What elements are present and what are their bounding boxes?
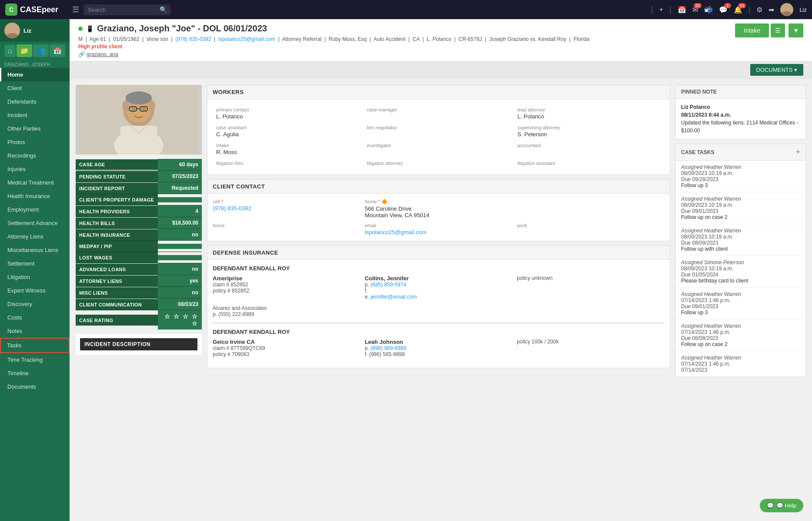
contact-email-link[interactable]: lspolanco25@gmail.com — [365, 229, 427, 235]
add-task-button[interactable]: + — [795, 148, 800, 157]
sidebar-item-notes[interactable]: Notes — [0, 324, 70, 338]
task-3-assigned: Assigned Heather Warren — [681, 228, 800, 234]
task-1-assigned: Assigned Heather Warren — [681, 164, 800, 170]
sidebar-item-recordings[interactable]: Recordings — [0, 149, 70, 162]
sidebar-item-home[interactable]: Home — [0, 68, 70, 81]
sidebar-folder-icon[interactable]: 📁 — [17, 44, 32, 57]
worker-lien-negotiator-label: lien negotiator — [367, 125, 510, 130]
sidebar-item-medical-treatment[interactable]: Medical Treatment — [0, 176, 70, 189]
exit-icon[interactable]: ➡ — [769, 6, 774, 14]
cell-phone-link[interactable]: (978) 835-0392 — [213, 205, 251, 212]
sidebar-item-time-tracking[interactable]: Time Tracking — [0, 353, 70, 366]
info-value-misc-liens: no — [158, 287, 202, 298]
calendar-icon[interactable]: 📅 — [678, 6, 686, 14]
sidebar-item-litigation[interactable]: Litigation — [0, 270, 70, 284]
sidebar-item-misc-liens[interactable]: Miscellaneous Liens — [0, 243, 70, 257]
sidebar-item-incident[interactable]: Incident — [0, 108, 70, 122]
svg-point-2 — [8, 25, 16, 33]
client-phone-link[interactable]: (978) 835-0392 — [175, 36, 211, 42]
info-row-misc-liens: MISC LIENS no — [76, 286, 202, 298]
sidebar-item-health-insurance[interactable]: Health Insurance — [0, 189, 70, 203]
sidebar-item-client[interactable]: Client — [0, 81, 70, 95]
info-label-property-damage: CLIENT'S PROPERTY DAMAGE — [76, 194, 158, 205]
intake-menu-button[interactable]: ☰ — [771, 24, 785, 37]
client-meta-rest: Attorney Referral | Ruby Moss, Esq | Aut… — [282, 36, 590, 42]
help-button[interactable]: 💬 💬 Help — [760, 499, 803, 512]
pinned-note-body: Liz Polanco 08/11/2023 8:44 a.m. Updated… — [676, 99, 805, 139]
sidebar-item-settlement-advance[interactable]: Settlement Advance — [0, 216, 70, 230]
info-value-client-communication: 08/03/23 — [158, 299, 202, 310]
sidebar-item-timeline[interactable]: Timeline — [0, 366, 70, 380]
worker-accountant: accountant — [514, 140, 665, 158]
ins2-name: Geico Irvine CA — [213, 339, 361, 345]
worker-supervising-attorney-label: supervising attorney — [518, 125, 661, 130]
pinned-note-date: 08/11/2023 8:44 a.m. — [681, 111, 800, 119]
sidebar-item-injuries[interactable]: Injuries — [0, 162, 70, 176]
add-button[interactable]: + — [659, 6, 663, 13]
task-item-6: Assigned Heather Warren 07/14/2023 1:46 … — [676, 319, 805, 351]
task-2-date: 08/09/2023 10:19 a.m. — [681, 202, 800, 208]
worker-litigation-firm-label: litigation firm — [216, 161, 360, 166]
info-label-attorney-liens: ATTORNEY LIENS — [76, 276, 158, 286]
info-value-medpay — [158, 244, 202, 249]
task-6-due: Due 08/08/2023 — [681, 335, 800, 341]
task-4-due: Due 01/05/2024 — [681, 272, 800, 278]
ins1-email-link[interactable]: jennifer@email.com — [371, 294, 417, 300]
ins1-policy: policy # 852852 — [213, 288, 361, 294]
contact-email-value: lspolanco25@gmail.com — [365, 229, 513, 235]
sidebar-item-expert-witness[interactable]: Expert Witness — [0, 284, 70, 297]
client-email-link[interactable]: lspolanco25@gmail.com — [218, 36, 275, 42]
app-logo[interactable]: C CASEpeer — [5, 3, 66, 16]
sidebar-item-tasks[interactable]: Tasks — [0, 338, 70, 353]
contact-cell-phone: cell * (978) 835-0392 — [213, 199, 361, 218]
ins1-phone-link[interactable]: (685) 859-5974 — [371, 282, 406, 288]
ins2-phone-link[interactable]: (898) 989-8989 — [371, 345, 406, 351]
sidebar-item-other-parties[interactable]: Other Parties — [0, 122, 70, 135]
sidebar-item-attorney-liens[interactable]: Attorney Liens — [0, 230, 70, 243]
pinned-note-author: Liz Polanco — [681, 103, 800, 111]
ins1-policy-status-value: policy unknown — [517, 275, 665, 281]
task-7-assigned: Assigned Heather Warren — [681, 355, 800, 361]
intake-button[interactable]: Intake — [735, 24, 769, 37]
email-icon[interactable]: ✉ 33 — [692, 6, 698, 14]
user-avatar[interactable] — [780, 3, 793, 16]
sidebar-item-employment[interactable]: Employment — [0, 203, 70, 216]
intake-dropdown-button[interactable]: ▼ — [789, 24, 803, 37]
sidebar-item-costs[interactable]: Costs — [0, 311, 70, 324]
worker-case-assistant-label: case assistant — [216, 125, 360, 130]
contact-home-address: home * 🔶 566 Caroline DriveMountain View… — [365, 199, 513, 218]
sidebar-people-icon[interactable]: 👥 — [33, 44, 49, 57]
sidebar-item-discovery[interactable]: Discovery — [0, 297, 70, 311]
sidebar-user-section: Liz — [0, 19, 70, 42]
sidebar-item-settlement[interactable]: Settlement — [0, 257, 70, 270]
chat-icon[interactable]: 💬 2 — [719, 6, 728, 14]
sidebar-item-defendants[interactable]: Defendants — [0, 95, 70, 108]
sidebar-calendar-icon[interactable]: 📅 — [50, 44, 65, 57]
info-row-health-providers: HEALTH PROVIDERS 4 — [76, 205, 202, 217]
linked-contact-link[interactable]: graziano, ana — [87, 51, 118, 57]
logo-icon: C — [5, 3, 17, 16]
info-value-case-rating[interactable]: ☆ ☆ ☆ ☆ ☆ — [158, 310, 202, 329]
client-photo — [76, 85, 202, 155]
sidebar-item-photos[interactable]: Photos — [0, 135, 70, 149]
main-content: 📱 Graziano, Joseph "Joe" - DOL 06/01/202… — [70, 19, 812, 521]
info-label-case-age: CASE AGE — [76, 159, 158, 170]
worker-lead-attorney: lead attorney L. Polanco — [514, 104, 665, 122]
sidebar-home-icon[interactable]: ⌂ — [4, 45, 16, 57]
search-input[interactable] — [84, 4, 170, 15]
hamburger-menu[interactable]: ☰ — [72, 5, 79, 14]
worker-supervising-attorney-value: S. Peterson — [518, 131, 661, 138]
svg-point-1 — [782, 11, 792, 16]
ins1-firm-name: Alvarez and Associates — [213, 305, 665, 311]
worker-case-assistant-value: C. Agulia — [216, 131, 360, 138]
nav-divider-1: | — [651, 5, 653, 14]
sidebar-item-documents[interactable]: Documents — [0, 380, 70, 393]
bell-icon[interactable]: 🔔 19 — [734, 6, 742, 14]
contact-home-phone-label: home — [213, 223, 361, 228]
inbox-icon[interactable]: 📬 — [704, 6, 713, 14]
task-3-due: Due 08/09/2023 — [681, 240, 800, 246]
sidebar-case-name: GRAZIANO, JOSEPH — [0, 60, 70, 68]
settings-icon[interactable]: ⚙ — [756, 6, 762, 14]
documents-button[interactable]: DOCUMENTS ▾ — [750, 64, 803, 76]
documents-bar: DOCUMENTS ▾ — [70, 61, 812, 79]
